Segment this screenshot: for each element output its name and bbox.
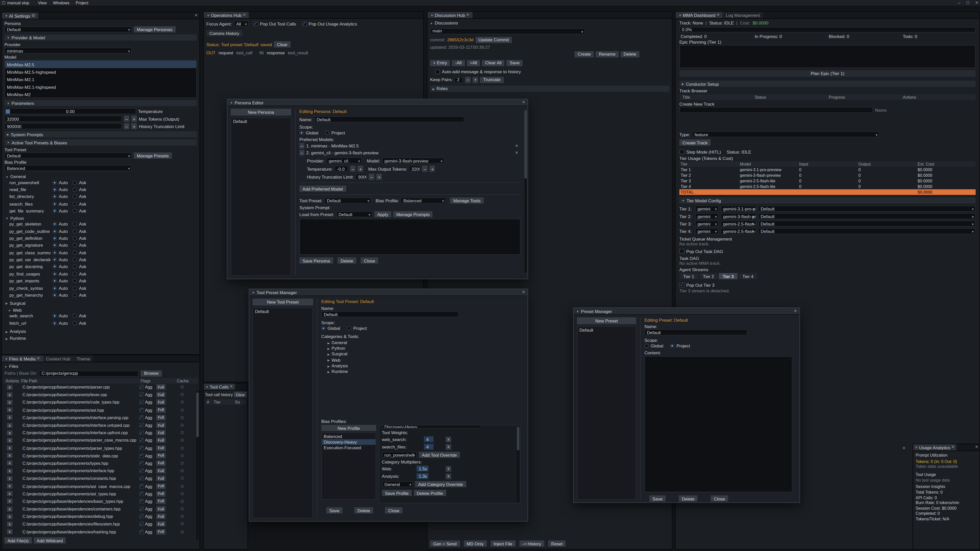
tier-provider-select[interactable]: gemini xyxy=(695,206,719,212)
truncate-button[interactable]: Truncate xyxy=(480,76,504,83)
tier-preset-select[interactable]: Default xyxy=(758,228,976,234)
slider-grab[interactable] xyxy=(6,110,10,114)
ask-radio[interactable] xyxy=(73,187,77,192)
discussion-select[interactable]: main xyxy=(430,28,585,34)
detached-panel-close-icon[interactable] xyxy=(902,446,905,451)
remove-weight-button[interactable]: x xyxy=(445,444,451,449)
pe-bias-select[interactable]: Balanced xyxy=(401,197,446,203)
to-history-button[interactable]: -> History xyxy=(519,540,544,546)
remove-file-button[interactable]: x xyxy=(7,445,13,451)
ask-radio[interactable] xyxy=(73,195,77,199)
create-discussion-button[interactable]: Create xyxy=(574,51,594,57)
tool-override-select[interactable]: run_powershell xyxy=(382,452,417,458)
cache-toggle[interactable] xyxy=(181,401,184,404)
remove-file-button[interactable]: x xyxy=(7,423,13,428)
preset-list-item[interactable]: Default xyxy=(579,328,634,332)
new-persona-button[interactable]: New Persona xyxy=(231,109,291,116)
temperature-slider[interactable]: 0.00 xyxy=(4,108,136,114)
stream-tab-tier4[interactable]: Tier 4 xyxy=(739,273,757,279)
remove-file-button[interactable]: x xyxy=(7,522,13,527)
scope-global-radio[interactable] xyxy=(299,130,304,135)
cache-toggle[interactable] xyxy=(181,530,184,533)
full-button[interactable]: Full xyxy=(156,415,165,421)
profile-name-input[interactable]: Discovery-Heavy xyxy=(382,425,482,429)
full-button[interactable]: Full xyxy=(156,400,165,405)
remove-multiplier-button[interactable]: x xyxy=(445,473,451,479)
gen-send-button[interactable]: Gen + Send xyxy=(430,540,460,546)
full-button[interactable]: Full xyxy=(156,445,165,451)
remove-file-button[interactable]: x xyxy=(7,438,13,443)
save-discussion-button[interactable]: Save xyxy=(507,60,523,66)
new-profile-button[interactable]: New Profile xyxy=(321,425,376,431)
remove-file-button[interactable]: x xyxy=(7,468,13,473)
pe-tool-preset-select[interactable]: Default xyxy=(325,197,371,203)
remove-file-button[interactable]: x xyxy=(7,507,13,511)
remove-file-button[interactable]: x xyxy=(7,415,13,420)
remove-file-button[interactable]: x xyxy=(7,476,13,481)
remove-file-button[interactable]: x xyxy=(7,499,13,504)
auto-radio[interactable] xyxy=(52,195,57,199)
collapse-model-button[interactable] xyxy=(299,143,304,149)
auto-radio[interactable] xyxy=(52,222,57,226)
full-button[interactable]: Full xyxy=(156,483,165,489)
full-button[interactable]: Full xyxy=(156,468,165,474)
scope-global-radio[interactable] xyxy=(321,326,326,330)
cache-toggle[interactable] xyxy=(181,431,184,434)
tier-model-select[interactable]: gemini-3.1-pro-preview xyxy=(721,206,756,212)
cache-toggle[interactable] xyxy=(181,424,184,427)
remove-file-button[interactable]: x xyxy=(7,491,13,496)
category-node[interactable]: Analysis xyxy=(328,363,520,368)
ask-radio[interactable] xyxy=(73,272,77,276)
agg-checkbox[interactable] xyxy=(139,446,144,450)
agg-checkbox[interactable] xyxy=(139,430,144,435)
add-file-button[interactable]: Add File(s) xyxy=(4,537,32,544)
files-section-header[interactable]: Files xyxy=(4,364,197,369)
auto-radio[interactable] xyxy=(52,314,57,318)
full-button[interactable]: Full xyxy=(156,407,165,413)
system-prompts-section-header[interactable]: System Prompts xyxy=(4,131,197,137)
minus-all-button[interactable]: -All xyxy=(452,60,465,66)
pm-temperature-input[interactable]: -0.0 xyxy=(334,165,348,171)
auto-radio[interactable] xyxy=(52,293,57,297)
ask-radio[interactable] xyxy=(73,265,77,269)
bias-profile-select[interactable]: Balanced xyxy=(4,165,132,171)
stream-tab-tier2[interactable]: Tier 2 xyxy=(699,273,718,279)
reset-button[interactable]: Reset xyxy=(548,540,566,546)
tier-model-config-header[interactable]: Tier Model Config xyxy=(679,197,976,203)
agg-checkbox[interactable] xyxy=(139,453,144,457)
cache-toggle[interactable] xyxy=(181,393,184,396)
agg-checkbox[interactable] xyxy=(139,507,144,511)
menu-windows[interactable]: Windows xyxy=(53,0,69,5)
clear-tool-calls-button[interactable]: Clear xyxy=(234,392,247,397)
minimize-icon[interactable] xyxy=(958,0,961,5)
ask-radio[interactable] xyxy=(73,202,77,206)
auto-radio[interactable] xyxy=(52,286,57,290)
roles-section-header[interactable]: Roles xyxy=(430,85,670,91)
ask-radio[interactable] xyxy=(73,222,77,226)
persona-name-input[interactable]: Default xyxy=(314,116,464,122)
active-tools-section-header[interactable]: Active Tool Presets & Biases xyxy=(4,139,197,145)
scope-project-radio[interactable] xyxy=(325,130,329,135)
close-panel-icon[interactable] xyxy=(194,13,197,18)
auto-radio[interactable] xyxy=(52,250,57,254)
remove-file-button[interactable]: x xyxy=(7,385,13,390)
cache-toggle[interactable] xyxy=(181,386,184,389)
close-button[interactable]: Close xyxy=(361,257,378,264)
tier-preset-select[interactable]: Default xyxy=(758,213,976,219)
save-profile-button[interactable]: Save Profile xyxy=(382,490,412,496)
agg-checkbox[interactable] xyxy=(139,461,144,465)
ask-radio[interactable] xyxy=(73,286,77,290)
provider-select[interactable]: minimax xyxy=(4,48,132,54)
tier-model-select[interactable]: gemini-2.5-flash-lite xyxy=(721,221,756,227)
scope-project-radio[interactable] xyxy=(670,344,675,348)
close-tab-icon[interactable] xyxy=(37,356,40,361)
parameters-section-header[interactable]: Parameters xyxy=(4,100,197,106)
remove-file-button[interactable]: x xyxy=(7,407,13,413)
manage-tools-button[interactable]: Manage Tools xyxy=(450,197,484,203)
discussions-section-header[interactable]: Discussions xyxy=(430,21,670,25)
close-dialog-icon[interactable] xyxy=(794,309,797,314)
cache-toggle[interactable] xyxy=(181,523,184,526)
tab-discussion-hub[interactable]: Discussion Hub xyxy=(428,12,473,18)
group-runtime[interactable]: Runtime xyxy=(6,336,196,340)
full-button[interactable]: Full xyxy=(156,514,165,519)
